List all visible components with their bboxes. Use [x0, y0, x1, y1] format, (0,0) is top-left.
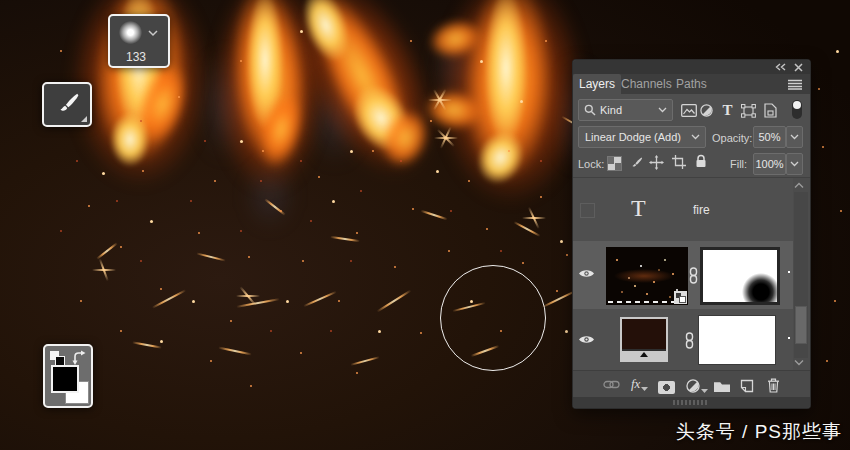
spark-streak	[303, 291, 337, 307]
panel-menu-icon[interactable]	[788, 79, 802, 90]
foreground-color-swatch[interactable]	[51, 365, 79, 393]
spark-burst	[236, 284, 260, 308]
tab-channels[interactable]: Channels	[615, 74, 678, 94]
collapse-panel-icon[interactable]	[775, 63, 786, 71]
new-layer-button[interactable]	[740, 379, 754, 393]
brush-tool-button[interactable]	[42, 82, 92, 127]
fire-letter-3	[293, 0, 438, 178]
panel-header-strip	[573, 60, 810, 74]
brush-preset-picker[interactable]: 133	[108, 14, 170, 68]
fill-dropdown-button[interactable]	[786, 153, 803, 175]
color-swatches	[43, 344, 93, 408]
blend-mode-dropdown[interactable]: Linear Dodge (Add)	[578, 126, 706, 148]
tab-layers[interactable]: Layers	[573, 74, 621, 94]
soft-brush-thumbnail-icon	[119, 21, 142, 44]
opacity-label: Opacity:	[712, 132, 752, 144]
fill-label: Fill:	[730, 158, 747, 170]
filter-adjustment-layers-icon[interactable]	[700, 104, 713, 117]
search-icon	[584, 104, 596, 116]
tool-flyout-triangle	[81, 116, 87, 122]
layer-style-fx-button[interactable]: fx	[631, 376, 648, 392]
resize-grip[interactable]	[673, 400, 707, 405]
filter-pixel-layers-icon[interactable]	[681, 104, 697, 117]
lock-label: Lock:	[578, 158, 604, 170]
filter-type-layers-icon[interactable]: T	[721, 102, 734, 118]
layer-row-fire-text[interactable]: T fire	[573, 178, 793, 242]
scroll-up-icon[interactable]	[794, 182, 804, 189]
mask-link-chain-icon[interactable]	[685, 332, 694, 349]
layer-mask-thumbnail-selected[interactable]	[700, 247, 780, 305]
filter-toggle-switch[interactable]	[792, 100, 802, 119]
brush-cursor-circle	[440, 265, 546, 371]
visibility-eye-icon[interactable]	[578, 268, 595, 279]
blend-mode-value: Linear Dodge (Add)	[585, 131, 681, 143]
visibility-checkbox-empty[interactable]	[580, 203, 595, 218]
scroll-down-icon[interactable]	[794, 359, 804, 366]
add-layer-mask-button[interactable]	[658, 381, 675, 394]
panel-footer: fx	[573, 370, 810, 398]
spark-streak	[330, 236, 360, 242]
opacity-dropdown-button[interactable]	[786, 126, 803, 148]
spark-streak	[152, 289, 186, 309]
filter-shape-layers-icon[interactable]	[741, 104, 756, 118]
chevron-down-icon	[691, 134, 700, 140]
thumbnail-dashed-line	[608, 301, 674, 303]
chevron-down-icon	[658, 107, 667, 113]
spark-streak	[541, 290, 576, 308]
panel-tab-bar: Layers Channels Paths	[573, 74, 810, 94]
lock-transparency-icon[interactable]	[607, 156, 622, 171]
opacity-value-field[interactable]: 50%	[753, 126, 786, 148]
delete-layer-trash-button[interactable]	[767, 378, 780, 393]
spark-streak	[132, 341, 162, 348]
scrollbar-track[interactable]	[794, 192, 808, 358]
fire-letter-4	[448, 0, 576, 195]
link-layers-icon[interactable]	[603, 380, 620, 389]
spark-streak	[377, 290, 412, 313]
lock-all-padlock-icon[interactable]	[695, 154, 707, 168]
spark-streak	[420, 210, 447, 221]
spark-streak	[350, 356, 379, 366]
add-adjustment-layer-button[interactable]	[686, 379, 708, 393]
brush-size-value: 133	[110, 50, 162, 64]
layer-mask-thumbnail[interactable]	[698, 315, 776, 365]
new-group-folder-button[interactable]	[713, 381, 731, 393]
swap-colors-icon[interactable]	[72, 350, 87, 365]
filter-kind-dropdown[interactable]: Kind	[578, 99, 673, 121]
layer-name[interactable]: fire	[693, 203, 710, 217]
lock-pixels-brush-icon[interactable]	[629, 156, 643, 170]
scrollbar-thumb[interactable]	[795, 306, 807, 344]
watermark-text: 头条号 / PS那些事	[676, 419, 842, 445]
chevron-down-icon[interactable]	[148, 30, 158, 37]
text-layer-thumbnail[interactable]: T	[631, 195, 646, 222]
spark-burst	[522, 206, 546, 230]
layer-row-adjustment[interactable]	[573, 309, 793, 372]
layer-row-smart-object[interactable]	[573, 241, 793, 310]
panel-resize-strip[interactable]	[573, 397, 810, 408]
adjustment-layer-thumbnail[interactable]	[620, 317, 668, 362]
layers-panel: Layers Channels Paths Kind T	[573, 60, 810, 408]
fill-value-field[interactable]: 100%	[753, 153, 786, 175]
spark-burst	[434, 126, 458, 150]
lock-artboard-icon[interactable]	[672, 155, 686, 169]
filter-kind-label: Kind	[600, 104, 622, 116]
filter-smart-object-icon[interactable]	[764, 103, 777, 118]
close-panel-icon[interactable]	[794, 63, 803, 72]
default-colors-icon[interactable]	[50, 351, 65, 366]
layer-thumbnail-starfield[interactable]	[606, 247, 688, 305]
spark-streak	[196, 252, 226, 261]
mask-link-chain-icon[interactable]	[689, 267, 698, 284]
spark-burst	[92, 258, 116, 282]
spark-streak	[218, 346, 252, 355]
spark-burst	[428, 88, 452, 112]
tab-paths[interactable]: Paths	[670, 74, 713, 94]
layers-list: T fire	[573, 177, 810, 371]
visibility-eye-icon[interactable]	[578, 334, 595, 345]
spark-dots-red	[0, 0, 2, 2]
smart-filter-badge-icon	[674, 291, 687, 304]
photoshop-workspace: 133	[0, 0, 850, 450]
brush-icon	[54, 91, 80, 117]
lock-position-move-icon[interactable]	[649, 155, 664, 170]
